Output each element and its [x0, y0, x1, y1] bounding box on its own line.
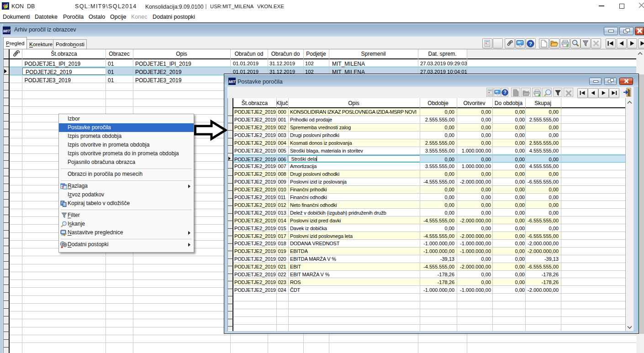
- svg-text:MIT: MIT: [3, 29, 11, 33]
- svg-text:MIT: MIT: [228, 79, 235, 84]
- svg-text:?: ?: [529, 41, 532, 46]
- svg-text:?: ?: [503, 90, 506, 95]
- svg-text:?: ?: [62, 184, 64, 189]
